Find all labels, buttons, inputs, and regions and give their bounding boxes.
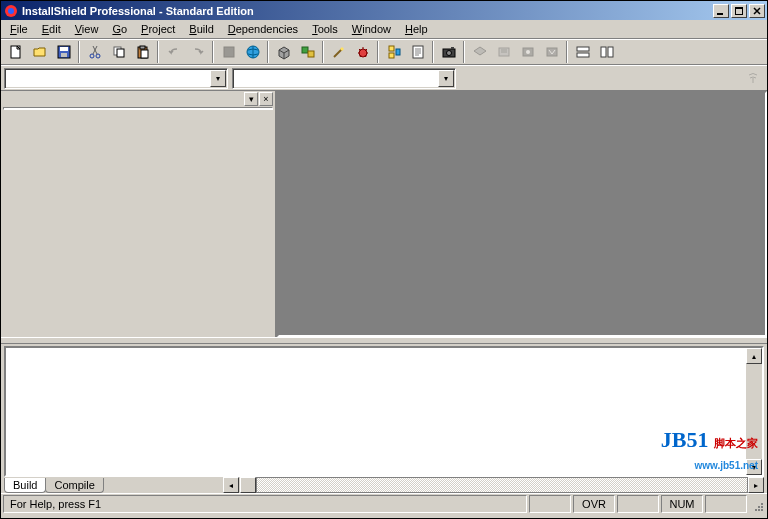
maximize-button[interactable] bbox=[731, 4, 747, 18]
menu-view[interactable]: View bbox=[68, 21, 106, 37]
menu-go[interactable]: Go bbox=[105, 21, 134, 37]
status-blank2 bbox=[617, 495, 659, 513]
svg-rect-39 bbox=[761, 506, 763, 508]
wizard-icon[interactable] bbox=[327, 41, 350, 63]
svg-rect-32 bbox=[577, 47, 589, 51]
svg-point-10 bbox=[96, 54, 100, 58]
menu-build[interactable]: Build bbox=[182, 21, 220, 37]
paste-icon[interactable] bbox=[131, 41, 154, 63]
svg-rect-12 bbox=[117, 49, 124, 57]
layer4-icon[interactable] bbox=[540, 41, 563, 63]
scrollbar-horizontal[interactable] bbox=[256, 477, 748, 493]
layer3-icon[interactable] bbox=[516, 41, 539, 63]
pane-header: ▾ × bbox=[1, 91, 275, 107]
toolbar bbox=[1, 39, 767, 65]
separator bbox=[212, 41, 214, 63]
app-icon bbox=[3, 3, 19, 19]
svg-rect-21 bbox=[389, 46, 394, 51]
svg-rect-7 bbox=[60, 47, 68, 51]
menu-tools[interactable]: Tools bbox=[305, 21, 345, 37]
svg-rect-35 bbox=[608, 47, 613, 57]
statusbar: For Help, press F1 OVR NUM bbox=[1, 493, 767, 514]
workspace: ▾ × bbox=[1, 91, 767, 337]
filter-icon[interactable] bbox=[741, 67, 764, 89]
component-icon[interactable] bbox=[296, 41, 319, 63]
chevron-down-icon[interactable]: ▾ bbox=[438, 70, 454, 87]
tab-build[interactable]: Build bbox=[4, 478, 46, 493]
svg-rect-36 bbox=[761, 509, 763, 511]
svg-point-30 bbox=[526, 50, 530, 54]
copy-icon[interactable] bbox=[107, 41, 130, 63]
tab-compile[interactable]: Compile bbox=[45, 478, 103, 493]
svg-rect-24 bbox=[413, 46, 423, 58]
svg-point-9 bbox=[90, 54, 94, 58]
svg-rect-41 bbox=[761, 503, 763, 505]
output-text[interactable]: ▴ ▾ JB51 脚本之家 www.jb51.net bbox=[4, 346, 764, 477]
filterbar: ▾ ▾ bbox=[1, 65, 767, 91]
separator bbox=[566, 41, 568, 63]
tree-view[interactable] bbox=[1, 110, 275, 337]
pane-close-icon[interactable]: × bbox=[259, 92, 273, 106]
mdi-area[interactable] bbox=[277, 91, 767, 337]
output-pane: ▴ ▾ JB51 脚本之家 www.jb51.net Build Compile… bbox=[1, 343, 767, 493]
save-icon[interactable] bbox=[52, 41, 75, 63]
menu-window[interactable]: Window bbox=[345, 21, 398, 37]
chevron-down-icon[interactable]: ▾ bbox=[210, 70, 226, 87]
new-icon[interactable] bbox=[4, 41, 27, 63]
menu-help[interactable]: Help bbox=[398, 21, 435, 37]
status-blank3 bbox=[705, 495, 747, 513]
separator bbox=[432, 41, 434, 63]
svg-rect-38 bbox=[755, 509, 757, 511]
combo-left[interactable]: ▾ bbox=[4, 68, 228, 89]
svg-rect-23 bbox=[396, 49, 400, 55]
window-title: InstallShield Professional - Standard Ed… bbox=[22, 5, 713, 17]
camera-icon[interactable] bbox=[437, 41, 460, 63]
cut-icon[interactable] bbox=[83, 41, 106, 63]
svg-rect-14 bbox=[140, 46, 145, 49]
tile-horiz-icon[interactable] bbox=[571, 41, 594, 63]
scroll-up-icon[interactable]: ▴ bbox=[746, 348, 762, 364]
svg-rect-18 bbox=[302, 47, 308, 53]
debug-icon[interactable] bbox=[351, 41, 374, 63]
menu-file[interactable]: File bbox=[3, 21, 35, 37]
menubar: File Edit View Go Project Build Dependen… bbox=[1, 20, 767, 39]
svg-rect-37 bbox=[758, 509, 760, 511]
svg-point-1 bbox=[8, 8, 14, 14]
close-button[interactable] bbox=[749, 4, 765, 18]
redo-icon[interactable] bbox=[186, 41, 209, 63]
layer2-icon[interactable] bbox=[492, 41, 515, 63]
minimize-button[interactable] bbox=[713, 4, 729, 18]
combo-right[interactable]: ▾ bbox=[232, 68, 456, 89]
output-tabs-row: Build Compile ◂ ▸ bbox=[4, 477, 764, 493]
svg-rect-33 bbox=[577, 53, 589, 57]
pane-chevron-icon[interactable]: ▾ bbox=[244, 92, 258, 106]
menu-edit[interactable]: Edit bbox=[35, 21, 68, 37]
separator bbox=[322, 41, 324, 63]
svg-rect-2 bbox=[717, 13, 723, 15]
titlebar: InstallShield Professional - Standard Ed… bbox=[1, 1, 767, 20]
scroll-thumb[interactable] bbox=[240, 477, 256, 493]
status-num: NUM bbox=[661, 495, 703, 513]
left-pane: ▾ × bbox=[1, 91, 277, 337]
separator bbox=[377, 41, 379, 63]
status-help: For Help, press F1 bbox=[3, 495, 527, 513]
undo-icon[interactable] bbox=[162, 41, 185, 63]
open-icon[interactable] bbox=[28, 41, 51, 63]
svg-rect-4 bbox=[735, 7, 743, 9]
resize-grip[interactable] bbox=[749, 495, 765, 513]
layer1-icon[interactable] bbox=[468, 41, 491, 63]
scroll-left-icon[interactable]: ◂ bbox=[223, 477, 239, 493]
watermark: JB51 脚本之家 www.jb51.net bbox=[661, 429, 758, 473]
registry-icon[interactable] bbox=[382, 41, 405, 63]
menu-dependencies[interactable]: Dependencies bbox=[221, 21, 305, 37]
properties-icon[interactable] bbox=[406, 41, 429, 63]
status-blank1 bbox=[529, 495, 571, 513]
svg-rect-19 bbox=[308, 51, 314, 57]
box-icon[interactable] bbox=[272, 41, 295, 63]
tile-vert-icon[interactable] bbox=[595, 41, 618, 63]
svg-rect-27 bbox=[451, 47, 454, 49]
menu-project[interactable]: Project bbox=[134, 21, 182, 37]
stop-icon[interactable] bbox=[217, 41, 240, 63]
scroll-right-icon[interactable]: ▸ bbox=[748, 477, 764, 493]
globe-icon[interactable] bbox=[241, 41, 264, 63]
